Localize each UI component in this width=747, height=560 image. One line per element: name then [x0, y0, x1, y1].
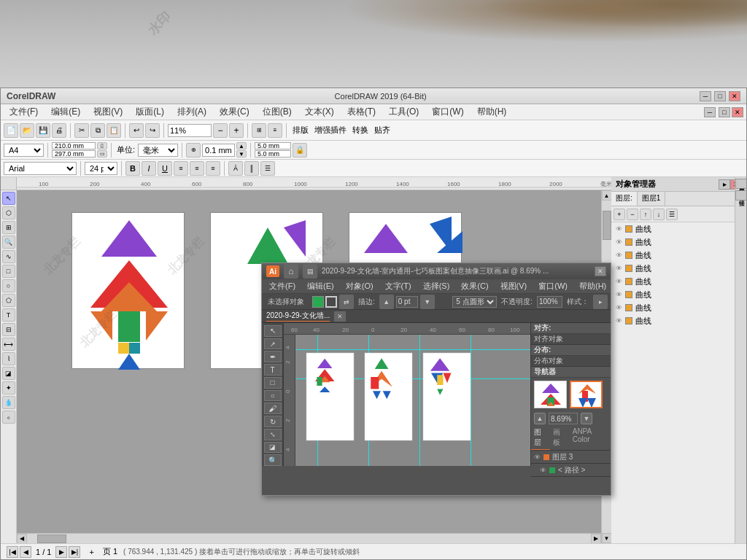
- float-fill-swatch[interactable]: [312, 296, 324, 308]
- col-btn[interactable]: ║: [244, 161, 259, 176]
- menu-text[interactable]: 文本(X): [299, 104, 340, 120]
- float-zoom-tool[interactable]: 🔍: [264, 454, 282, 466]
- bold-btn[interactable]: B: [125, 161, 140, 176]
- align-center-btn[interactable]: ≡: [190, 161, 204, 176]
- float-menu-help[interactable]: 帮助(H): [575, 280, 611, 292]
- zoom-out-btn[interactable]: −: [213, 123, 228, 138]
- float-close-btn[interactable]: ✕: [595, 266, 606, 276]
- ellipse-tool[interactable]: ○: [2, 279, 15, 292]
- float-stroke-dec[interactable]: ▼: [420, 295, 435, 309]
- height-input[interactable]: [52, 150, 96, 158]
- float-menu-view[interactable]: 视图(V): [496, 280, 532, 292]
- float-style-btn[interactable]: ▸: [593, 295, 608, 309]
- float-text-tool[interactable]: T: [264, 364, 282, 376]
- float-select-tool[interactable]: ↖: [264, 325, 282, 337]
- float-panel-btn[interactable]: ▤: [303, 264, 317, 279]
- width-input[interactable]: [52, 142, 96, 149]
- float-direct-tool[interactable]: ↗: [264, 338, 282, 350]
- nav-zoom-input[interactable]: [549, 413, 578, 424]
- landscape-btn[interactable]: ▭: [97, 150, 107, 158]
- minimize-button[interactable]: ─: [700, 91, 711, 101]
- min-btn[interactable]: ─: [704, 107, 716, 117]
- dec-btn[interactable]: ▼: [236, 150, 247, 158]
- layer-item-0[interactable]: 👁 曲线: [611, 222, 746, 236]
- float-stroke-swatch[interactable]: [325, 296, 337, 308]
- shape-tool[interactable]: ⬡: [2, 206, 15, 219]
- brush-shape-select[interactable]: 5 点圆形: [452, 296, 497, 308]
- prev-page-btn[interactable]: ◀: [20, 546, 31, 558]
- layer-item-5[interactable]: 👁 曲线: [611, 288, 746, 301]
- float-scale-tool[interactable]: ⤡: [264, 429, 282, 440]
- menu-help[interactable]: 帮助(H): [471, 104, 513, 120]
- interactive-tool[interactable]: ✦: [2, 381, 15, 394]
- redo-btn[interactable]: ↪: [145, 123, 160, 138]
- eyedropper-tool[interactable]: 💧: [2, 396, 15, 409]
- scroll-up-btn[interactable]: ▲: [602, 190, 612, 201]
- close-button[interactable]: ✕: [729, 91, 740, 101]
- align-right-btn[interactable]: ≡: [206, 161, 220, 176]
- offset-input[interactable]: [202, 144, 235, 157]
- move-down-btn[interactable]: ↓: [653, 209, 665, 220]
- float-rect-tool[interactable]: □: [264, 377, 282, 389]
- poly-tool[interactable]: ⬠: [2, 294, 15, 307]
- float-fill-tool[interactable]: ◪: [264, 442, 282, 454]
- layer-side-btn-2[interactable]: 链接: [735, 190, 747, 201]
- zoom-in-btn[interactable]: +: [229, 123, 244, 138]
- last-page-btn[interactable]: ▶|: [69, 546, 80, 558]
- float-tab-artboards[interactable]: 画板: [550, 426, 569, 450]
- next-page-btn[interactable]: ▶: [55, 546, 67, 558]
- float-stroke-inc[interactable]: ▲: [379, 295, 394, 309]
- new-layer-btn[interactable]: +: [614, 209, 625, 220]
- float-rotate-tool[interactable]: ↻: [264, 416, 282, 427]
- opacity-input[interactable]: [537, 296, 562, 308]
- crop-tool[interactable]: ⊞: [2, 221, 15, 234]
- char-spacing-btn[interactable]: Ā: [228, 161, 243, 176]
- cut-btn[interactable]: ✂: [74, 123, 89, 138]
- float-brush-tool[interactable]: 🖌: [264, 402, 282, 414]
- italic-btn[interactable]: I: [142, 161, 156, 176]
- nav-zoom-btn[interactable]: ▲: [534, 413, 546, 424]
- menu-view[interactable]: 视图(V): [88, 104, 128, 120]
- scroll-right-btn[interactable]: ▶: [591, 534, 601, 544]
- print-btn[interactable]: 🖨: [52, 123, 66, 138]
- portrait-btn[interactable]: ▯: [97, 142, 107, 149]
- table-tool[interactable]: ⊟: [2, 323, 15, 336]
- scroll-down-btn[interactable]: ▼: [602, 533, 612, 543]
- tab-layers[interactable]: 图层:: [611, 192, 638, 206]
- doc-close-btn[interactable]: ✕: [732, 107, 743, 117]
- zoom-input[interactable]: [168, 124, 212, 137]
- float-menu-edit[interactable]: 编辑(E): [303, 280, 338, 292]
- inc-btn[interactable]: ▲: [236, 142, 247, 149]
- scroll-left-btn[interactable]: ◀: [17, 534, 27, 544]
- smart-fill[interactable]: ⬦: [2, 411, 15, 424]
- tab-layer1[interactable]: 图层1: [638, 192, 666, 206]
- text-tool[interactable]: T: [2, 308, 15, 322]
- float-menu-select[interactable]: 选择(S): [419, 280, 454, 292]
- zoom-tool[interactable]: 🔍: [2, 236, 15, 249]
- nav-zoom-dec[interactable]: ▼: [581, 413, 592, 424]
- layer-item-7[interactable]: 👁 曲线: [611, 314, 746, 327]
- layer-item-6[interactable]: 👁 曲线: [611, 301, 746, 314]
- layer-view-btn[interactable]: ☰: [666, 209, 678, 220]
- move-up-btn[interactable]: ↑: [640, 209, 651, 220]
- margin1-input[interactable]: [255, 142, 291, 149]
- new-btn[interactable]: 📄: [4, 123, 18, 138]
- float-menu-text[interactable]: 文字(T): [381, 280, 416, 292]
- scroll-horizontal[interactable]: ◀ ▶: [17, 533, 601, 543]
- menu-layout[interactable]: 版面(L): [130, 104, 170, 120]
- open-btn[interactable]: 📂: [20, 123, 34, 138]
- scroll-vthumb[interactable]: [603, 211, 611, 240]
- connector-tool[interactable]: ⌇: [2, 352, 15, 365]
- float-home-btn[interactable]: ⌂: [284, 264, 298, 279]
- first-page-btn[interactable]: |◀: [7, 546, 18, 558]
- panel-settings-btn[interactable]: ▸: [719, 179, 730, 190]
- rect-tool[interactable]: □: [2, 265, 15, 278]
- menu-file[interactable]: 文件(F): [4, 104, 44, 120]
- menu-window[interactable]: 窗口(W): [426, 104, 469, 120]
- del-layer-btn[interactable]: −: [627, 209, 638, 220]
- layer-item-3[interactable]: 👁 曲线: [611, 262, 746, 275]
- stroke-width-input[interactable]: [396, 296, 418, 308]
- layer-item-4[interactable]: 👁 曲线: [611, 275, 746, 288]
- paste-btn[interactable]: 📋: [107, 123, 121, 138]
- float-layer-item-1[interactable]: 👁 图层 3: [531, 451, 611, 464]
